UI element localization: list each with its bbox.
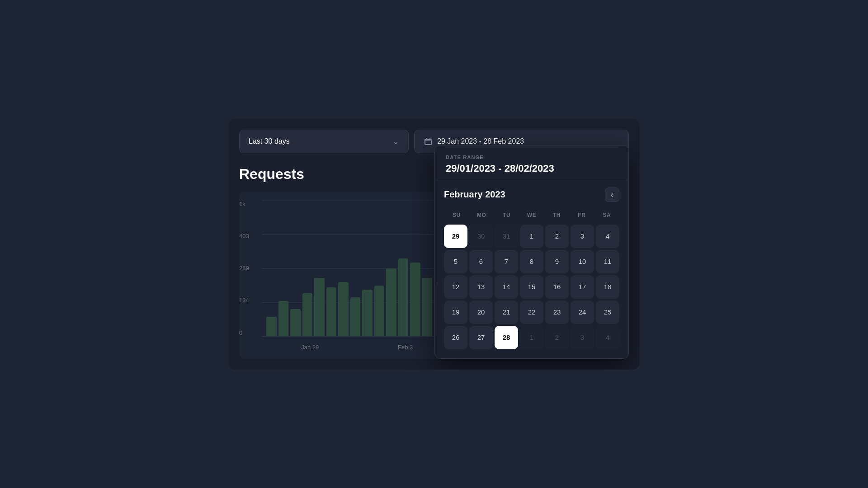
day-cell[interactable]: 31 bbox=[495, 225, 518, 248]
day-cell[interactable]: 3 bbox=[571, 326, 594, 349]
day-cell[interactable]: 9 bbox=[545, 250, 569, 273]
day-header: SA bbox=[594, 209, 619, 221]
date-range-display: 29 Jan 2023 - 28 Feb 2023 bbox=[437, 137, 524, 145]
calendar-popup: DATE RANGE 29/01/2023 - 28/02/2023 Febru… bbox=[434, 145, 629, 359]
day-cell[interactable]: 5 bbox=[444, 250, 467, 273]
day-cell[interactable]: 7 bbox=[495, 250, 518, 273]
bar bbox=[362, 290, 373, 336]
date-range-value: 29/01/2023 - 28/02/2023 bbox=[446, 163, 618, 174]
bar bbox=[350, 297, 361, 336]
days-grid: 2930311234567891011121314151617181920212… bbox=[444, 225, 619, 349]
day-header: WE bbox=[519, 209, 544, 221]
calendar-month: February 2023 bbox=[444, 189, 505, 200]
day-cell[interactable]: 17 bbox=[571, 275, 594, 299]
day-cell[interactable]: 12 bbox=[444, 275, 467, 299]
day-cell[interactable]: 16 bbox=[545, 275, 569, 299]
day-cell[interactable]: 21 bbox=[495, 300, 518, 324]
day-cell[interactable]: 22 bbox=[520, 300, 543, 324]
bar bbox=[278, 301, 289, 336]
date-range-header: DATE RANGE 29/01/2023 - 28/02/2023 bbox=[435, 145, 628, 180]
main-container: Last 30 days ⌄ 29 Jan 2023 - 28 Feb 2023… bbox=[228, 119, 640, 370]
day-cell[interactable]: 15 bbox=[520, 275, 543, 299]
day-cell[interactable]: 11 bbox=[596, 250, 619, 273]
bar bbox=[374, 286, 385, 336]
bar bbox=[266, 317, 277, 336]
day-header: TH bbox=[544, 209, 569, 221]
day-cell[interactable]: 27 bbox=[469, 326, 493, 349]
day-cell[interactable]: 10 bbox=[571, 250, 594, 273]
day-cell[interactable]: 25 bbox=[596, 300, 619, 324]
y-label-403: 403 bbox=[239, 233, 262, 239]
bar bbox=[290, 309, 301, 336]
bar bbox=[326, 287, 337, 336]
day-header: FR bbox=[569, 209, 594, 221]
y-label-1k: 1k bbox=[239, 201, 262, 207]
day-cell[interactable]: 6 bbox=[469, 250, 493, 273]
bar bbox=[302, 293, 313, 336]
y-label-269: 269 bbox=[239, 265, 262, 272]
calendar-body: February 2023 ‹ SUMOTUWETHFRSA 293031123… bbox=[435, 180, 628, 358]
x-label-feb3: Feb 3 bbox=[398, 344, 413, 351]
day-cell[interactable]: 26 bbox=[444, 326, 467, 349]
day-cell[interactable]: 29 bbox=[444, 225, 467, 248]
x-label-jan29: Jan 29 bbox=[301, 344, 319, 351]
day-cell[interactable]: 13 bbox=[469, 275, 493, 299]
day-cell[interactable]: 3 bbox=[571, 225, 594, 248]
day-cell[interactable]: 14 bbox=[495, 275, 518, 299]
chevron-down-icon: ⌄ bbox=[392, 136, 399, 146]
period-dropdown[interactable]: Last 30 days ⌄ bbox=[239, 130, 409, 153]
day-cell[interactable]: 4 bbox=[596, 326, 619, 349]
bar bbox=[314, 278, 325, 336]
bar bbox=[398, 258, 409, 336]
day-cell[interactable]: 30 bbox=[469, 225, 493, 248]
day-cell[interactable]: 2 bbox=[545, 225, 569, 248]
calendar-nav: February 2023 ‹ bbox=[444, 188, 619, 202]
y-label-0: 0 bbox=[239, 329, 262, 336]
calendar-icon bbox=[424, 137, 433, 146]
day-cell[interactable]: 2 bbox=[545, 326, 569, 349]
bar bbox=[410, 263, 420, 336]
day-cell[interactable]: 28 bbox=[495, 326, 518, 349]
day-cell[interactable]: 4 bbox=[596, 225, 619, 248]
chevron-left-icon: ‹ bbox=[611, 191, 613, 199]
day-cell[interactable]: 23 bbox=[545, 300, 569, 324]
day-headers: SUMOTUWETHFRSA bbox=[444, 209, 619, 221]
prev-month-button[interactable]: ‹ bbox=[605, 188, 619, 202]
day-cell[interactable]: 24 bbox=[571, 300, 594, 324]
day-cell[interactable]: 20 bbox=[469, 300, 493, 324]
day-cell[interactable]: 1 bbox=[520, 326, 543, 349]
day-cell[interactable]: 19 bbox=[444, 300, 467, 324]
day-cell[interactable]: 18 bbox=[596, 275, 619, 299]
popup-caret bbox=[528, 145, 535, 145]
chart-y-labels: 1k 403 269 134 0 bbox=[239, 192, 262, 359]
period-dropdown-label: Last 30 days bbox=[249, 137, 290, 145]
date-range-label: DATE RANGE bbox=[446, 155, 618, 160]
y-label-134: 134 bbox=[239, 297, 262, 304]
day-header: MO bbox=[469, 209, 494, 221]
day-header: SU bbox=[444, 209, 469, 221]
bar bbox=[338, 282, 349, 336]
bar bbox=[386, 268, 396, 336]
bar bbox=[422, 278, 433, 336]
day-header: TU bbox=[494, 209, 519, 221]
day-cell[interactable]: 8 bbox=[520, 250, 543, 273]
day-cell[interactable]: 1 bbox=[520, 225, 543, 248]
